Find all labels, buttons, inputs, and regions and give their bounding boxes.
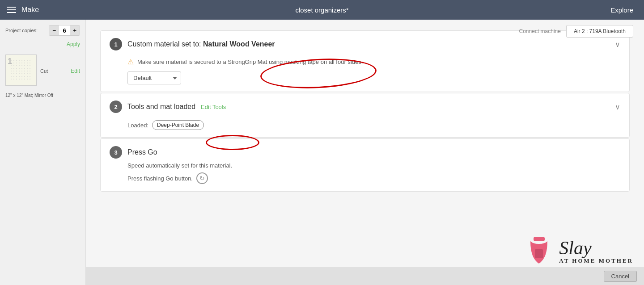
step-3-header: 3 Press Go <box>101 139 629 160</box>
watermark-sub: At Home Mother <box>559 257 633 264</box>
step-3-number: 3 <box>110 146 122 159</box>
step-1: 1 Custom material set to: Natural Wood V… <box>100 30 630 92</box>
apply-button[interactable]: Apply <box>5 41 80 47</box>
main-layout: Project copies: − 6 + Apply 1 Cut Edit 1… <box>0 20 644 285</box>
loaded-label: Loaded: <box>127 122 148 129</box>
step-3-body: Speed automatically set for this materia… <box>101 160 629 191</box>
go-text: Press flashing Go button. <box>127 175 193 182</box>
step-2: 2 Tools and mat loaded Edit Tools ∨ Load… <box>100 93 630 138</box>
main-content: Connect machine Air 2 : 719A Bluetooth 1… <box>86 20 644 285</box>
project-copies-row: Project copies: − 6 + <box>5 25 80 36</box>
cancel-bar: Cancel <box>86 267 644 285</box>
warning-icon: ⚠ <box>127 58 134 66</box>
mat-info-row: 1 Cut Edit <box>5 54 80 88</box>
loaded-row: Loaded: Deep-Point Blade <box>127 120 620 130</box>
svg-rect-1 <box>535 249 543 258</box>
app-header: Make closet organizers* Explore <box>0 0 644 20</box>
speed-text: Speed automatically set for this materia… <box>127 162 620 169</box>
copies-value: 6 <box>59 26 70 35</box>
step-2-body: Loaded: Deep-Point Blade <box>101 120 629 137</box>
menu-icon[interactable] <box>7 7 16 13</box>
explore-button[interactable]: Explore <box>610 6 633 14</box>
step-1-chevron[interactable]: ∨ <box>615 40 620 49</box>
project-copies-label: Project copies: <box>5 28 38 33</box>
copies-decrease-button[interactable]: − <box>49 25 59 35</box>
watermark-text: Slay At Home Mother <box>559 239 633 264</box>
copies-increase-button[interactable]: + <box>70 25 80 35</box>
sidebar: Project copies: − 6 + Apply 1 Cut Edit 1… <box>0 20 86 285</box>
step-1-title-prefix: Custom material set to: <box>127 40 203 48</box>
step-2-header: 2 Tools and mat loaded Edit Tools ∨ <box>101 93 629 120</box>
warning-row: ⚠ Make sure material is secured to a Str… <box>127 58 620 66</box>
mat-thumbnail: 1 <box>5 54 37 86</box>
watermark-apron-icon <box>527 236 551 265</box>
go-row: Press flashing Go button. ↻ <box>127 172 620 184</box>
warning-text: Make sure material is secured to a Stron… <box>137 59 363 65</box>
watermark-slay: Slay <box>559 239 633 257</box>
copies-control: − 6 + <box>49 25 80 36</box>
watermark: Slay At Home Mother <box>527 236 633 267</box>
go-icon: ↻ <box>196 172 208 184</box>
step-1-number: 1 <box>110 38 122 50</box>
step-1-body: ⚠ Make sure material is secured to a Str… <box>101 58 629 92</box>
step-2-title: Tools and mat loaded <box>127 103 195 111</box>
step-2-chevron[interactable]: ∨ <box>615 103 620 111</box>
material-dropdown[interactable]: Default <box>127 71 181 84</box>
mat-details: Cut <box>40 68 48 74</box>
make-label: Make <box>21 6 39 14</box>
cancel-button[interactable]: Cancel <box>604 271 637 282</box>
edit-button[interactable]: Edit <box>71 68 80 74</box>
step-1-title: Custom material set to: Natural Wood Ven… <box>127 40 275 48</box>
step-3: 3 Press Go Speed automatically set for t… <box>100 138 630 192</box>
step-1-header: 1 Custom material set to: Natural Wood V… <box>101 31 629 58</box>
blade-badge: Deep-Point Blade <box>152 120 204 130</box>
project-title: closet organizers* <box>295 6 348 14</box>
mat-dots <box>10 59 32 81</box>
edit-tools-button[interactable]: Edit Tools <box>201 104 226 110</box>
step-2-number: 2 <box>110 101 122 113</box>
step-3-title: Press Go <box>127 148 157 156</box>
svg-rect-0 <box>534 237 545 241</box>
mat-size-label: 12" x 12" Mat; Mirror Off <box>5 93 80 98</box>
step-1-material: Natural Wood Veneer <box>203 40 275 48</box>
mat-label: Cut <box>40 68 48 74</box>
